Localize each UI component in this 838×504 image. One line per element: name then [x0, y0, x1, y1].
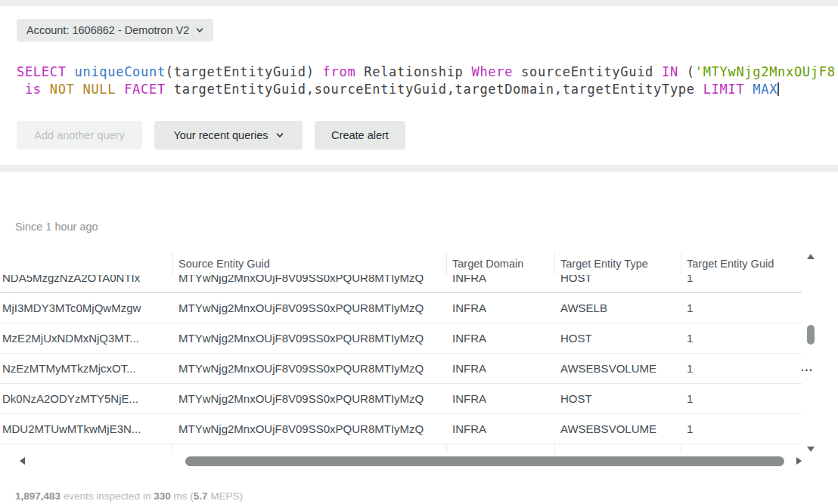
query-token: NOT NULL: [50, 82, 116, 97]
table-cell: INFRA: [452, 275, 486, 293]
horizontal-scrollbar[interactable]: [15, 456, 805, 468]
table-cell: MDU2MTUwMTkwMjE3N...: [2, 414, 141, 444]
table-cell: MTYwNjg2MnxOUjF8V09SS0xPQUR8MTIyMzQ: [178, 354, 424, 384]
table-cell: MjI3MDY3MTc0MjQwMzgw: [2, 293, 141, 323]
query-token: [17, 82, 25, 97]
table-cell: MTYwNjg2MnxOUjF8V09SS0xPQUR8MTIyMzQ: [178, 323, 424, 354]
table-cell: HOST: [560, 384, 592, 414]
query-token: [42, 82, 50, 97]
recent-queries-button[interactable]: Your recent queries: [154, 121, 303, 150]
table-cell: MzE2MjUxNDMxNjQ3MT...: [2, 323, 139, 354]
chevron-down-icon: [196, 26, 203, 34]
table-cell: 1: [687, 414, 693, 444]
table-cell: AWSEBSVOLUME: [560, 414, 656, 444]
meps-value: 5.7: [194, 490, 208, 502]
query-token: from: [323, 64, 356, 79]
table-cell: INFRA: [452, 293, 486, 323]
horizontal-scrollbar-thumb[interactable]: [185, 456, 784, 466]
table-cell: HOST: [560, 323, 592, 354]
query-builder-panel: Account: 1606862 - Demotron V2 SELECT un…: [0, 6, 838, 165]
query-token: MAX: [753, 82, 777, 97]
table-cell: NzEzMTMyMTkzMjcxOT...: [2, 354, 136, 384]
table-row[interactable]: MzE2MjUxNDMxNjQ3MT...MTYwNjg2MnxOUjF8V09…: [0, 323, 802, 354]
time-range-label: Since 1 hour ago: [15, 221, 98, 233]
query-token: [67, 64, 75, 79]
query-line: is NOT NULL FACET targetEntityGuid,sourc…: [17, 81, 838, 98]
table-row[interactable]: Dk0NzA2ODYzMTY5NjE...MTYwNjg2MnxOUjF8V09…: [0, 384, 802, 414]
table-cell: AWSELB: [560, 293, 607, 323]
scroll-right-icon[interactable]: [796, 457, 802, 465]
status-text: events inspected in: [61, 490, 154, 502]
account-selector[interactable]: Account: 1606862 - Demotron V2: [17, 19, 213, 42]
account-selector-label: Account: 1606862 - Demotron V2: [26, 24, 189, 36]
query-token: SELECT: [17, 64, 67, 79]
table-cell: 1: [687, 354, 693, 384]
query-token: (: [678, 64, 695, 79]
vertical-scrollbar-thumb[interactable]: [807, 325, 815, 345]
status-text: ms (: [171, 490, 194, 502]
table-cell: HOST: [560, 275, 592, 293]
scroll-left-icon[interactable]: [20, 457, 25, 465]
column-header-target-domain[interactable]: Target Domain: [452, 258, 523, 270]
table-cell: Dk0NzA2ODYzMTY5NjE...: [2, 384, 138, 414]
add-another-query-label: Add another query: [34, 129, 124, 141]
table-cell: INFRA: [452, 354, 486, 384]
column-header-target-entity-guid[interactable]: Target Entity Guid: [687, 258, 774, 270]
table-row[interactable]: MjI3MDY3MTc0MjQwMzgwMTYwNjg2MnxOUjF8V09S…: [0, 293, 802, 323]
table-cell: MTYwNjg2MnxOUjF8V09SS0xPQUR8MTIyMzQ: [178, 275, 424, 293]
chevron-down-icon: [276, 131, 284, 139]
table-row[interactable]: MDU2MTUwMTkwMjE3N...MTYwNjg2MnxOUjF8V09S…: [0, 414, 802, 444]
table-cell: INFRA: [452, 323, 486, 354]
query-token: FACET: [124, 82, 166, 97]
table-cell: MTYwNjg2MnxOUjF8V09SS0xPQUR8MTIyMzQ: [178, 414, 424, 444]
query-token: [744, 82, 753, 97]
query-token: uniqueCount: [75, 64, 166, 79]
query-token: [116, 82, 124, 97]
scroll-up-icon[interactable]: [807, 254, 815, 259]
table-cell: INFRA: [452, 414, 486, 444]
column-header-source-entity-guid[interactable]: Source Entity Guid: [178, 258, 270, 270]
query-token: is: [25, 82, 42, 97]
duration-ms: 330: [154, 490, 171, 502]
add-another-query-button[interactable]: Add another query: [17, 121, 142, 150]
events-count: 1,897,483: [15, 490, 61, 502]
table-cell: MTYwNjg2MnxOUjF8V09SS0xPQUR8MTIyMzQ: [178, 384, 424, 414]
table-cell: AWSEBSVOLUME: [560, 354, 656, 384]
status-text: MEPS): [207, 490, 243, 502]
column-header-target-entity-type[interactable]: Target Entity Type: [560, 258, 648, 270]
query-token: Where: [471, 64, 513, 79]
query-token: sourceEntityGuid: [513, 64, 662, 79]
nrql-query-editor[interactable]: SELECT uniqueCount(targetEntityGuid) fro…: [17, 63, 838, 103]
query-token: LIMIT: [703, 82, 745, 97]
query-token: targetEntityGuid,sourceEntityGuid,target…: [166, 82, 703, 97]
create-alert-button[interactable]: Create alert: [315, 121, 405, 150]
table-row[interactable]: NDA5MzgzNzA2OTA0NTIxMTYwNjg2MnxOUjF8V09S…: [0, 275, 802, 293]
recent-queries-label: Your recent queries: [173, 129, 268, 141]
table-cell: 1: [687, 293, 693, 323]
table-cell: MTYwNjg2MnxOUjF8V09SS0xPQUR8MTIyMzQ: [178, 293, 424, 323]
create-alert-label: Create alert: [331, 129, 389, 141]
query-token: 'MTYwNjg2MnxOUjF8: [695, 64, 836, 79]
table-cell: 1: [687, 275, 693, 293]
text-cursor: [777, 82, 779, 96]
table-row[interactable]: NzEzMTMyMTkzMjcxOT...MTYwNjg2MnxOUjF8V09…: [0, 354, 802, 384]
query-status-bar: 1,897,483 events inspected in 330 ms (5.…: [15, 490, 243, 502]
vertical-scrollbar[interactable]: [805, 251, 817, 453]
scroll-down-icon[interactable]: [807, 447, 815, 452]
query-token: (targetEntityGuid): [166, 64, 323, 79]
results-panel: i The value of 'LIMIT MAX' will be incre…: [0, 172, 838, 504]
table-cell: 1: [687, 384, 693, 414]
table-cell: INFRA: [452, 384, 486, 414]
query-token: IN: [662, 64, 678, 79]
query-token: Relationship: [355, 64, 471, 79]
table-rows: NDA5MzgzNzA2OTA0NTIxMTYwNjg2MnxOUjF8V09S…: [0, 275, 802, 444]
query-line: SELECT uniqueCount(targetEntityGuid) fro…: [17, 63, 838, 81]
table-cell: NDA5MzgzNzA2OTA0NTIx: [2, 275, 140, 293]
table-cell: 1: [687, 323, 693, 354]
table-body-viewport: NDA5MzgzNzA2OTA0NTIxMTYwNjg2MnxOUjF8V09S…: [0, 275, 802, 453]
